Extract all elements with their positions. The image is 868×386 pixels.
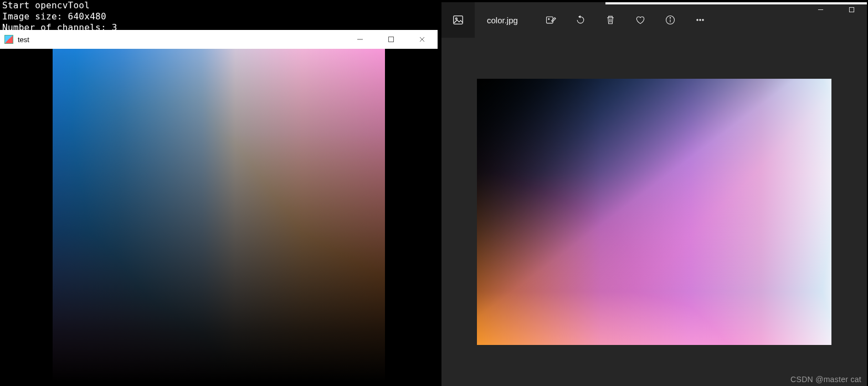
photos-titlebar[interactable]: color.jpg <box>441 2 867 38</box>
edit-icon <box>545 14 556 26</box>
minimize-icon <box>818 7 824 13</box>
heart-icon <box>635 14 646 26</box>
maximize-icon <box>849 7 855 13</box>
edit-button[interactable] <box>543 13 558 27</box>
opencv-app-icon <box>4 35 13 44</box>
info-button[interactable] <box>663 13 677 27</box>
opencv-displayed-image <box>53 49 385 382</box>
photos-displayed-image <box>477 79 831 345</box>
photos-image-area <box>441 38 867 386</box>
more-icon <box>695 14 706 26</box>
close-icon <box>419 36 425 43</box>
opencv-window-controls <box>345 30 438 49</box>
image-icon <box>452 14 464 26</box>
minimize-button[interactable] <box>805 1 836 18</box>
delete-button[interactable] <box>603 13 618 27</box>
terminal-output: Start opencvTool Image size: 640x480 Num… <box>2 0 440 33</box>
info-icon <box>665 14 676 26</box>
svg-rect-6 <box>547 17 553 23</box>
maximize-icon <box>388 36 394 43</box>
maximize-button[interactable] <box>836 1 867 18</box>
opencv-image-area <box>0 49 438 385</box>
svg-point-12 <box>670 18 670 18</box>
photos-app-window: color.jpg <box>441 2 867 386</box>
svg-point-5 <box>455 18 457 19</box>
close-button[interactable] <box>407 30 438 49</box>
maximize-button[interactable] <box>376 30 407 49</box>
svg-point-14 <box>700 19 701 21</box>
opencv-titlebar[interactable]: test <box>0 30 438 49</box>
photos-filename: color.jpg <box>487 16 518 25</box>
svg-rect-17 <box>849 7 854 12</box>
photos-tab-button[interactable] <box>441 2 475 38</box>
opencv-window-title: test <box>18 35 29 44</box>
favorite-button[interactable] <box>633 13 648 27</box>
svg-rect-1 <box>389 37 394 42</box>
svg-point-15 <box>702 19 703 21</box>
rotate-button[interactable] <box>573 13 588 27</box>
svg-point-7 <box>548 18 549 19</box>
photos-toolbar <box>543 2 707 38</box>
photos-window-controls <box>805 1 867 18</box>
svg-rect-4 <box>454 16 463 24</box>
svg-point-13 <box>697 19 698 21</box>
more-button[interactable] <box>693 13 707 27</box>
trash-icon <box>605 14 616 26</box>
watermark: CSDN @master cat <box>790 375 861 384</box>
minimize-button[interactable] <box>345 30 376 49</box>
minimize-icon <box>357 36 363 43</box>
rotate-icon <box>575 14 586 26</box>
opencv-window: test <box>0 30 438 385</box>
